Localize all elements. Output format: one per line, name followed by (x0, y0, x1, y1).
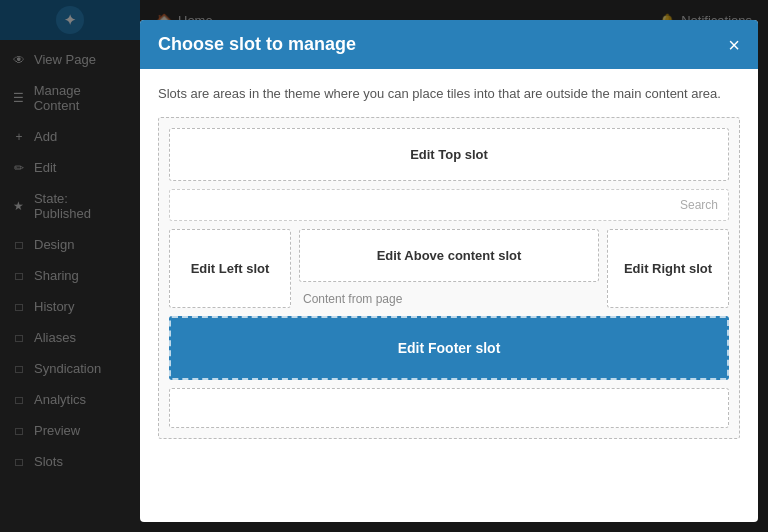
modal-header: Choose slot to manage × (140, 20, 758, 69)
slot-left[interactable]: Edit Left slot (169, 229, 291, 308)
slot-right[interactable]: Edit Right slot (607, 229, 729, 308)
modal-close-button[interactable]: × (728, 35, 740, 55)
slot-footer-row: Edit Footer slot (169, 316, 729, 380)
slot-below-footer (169, 388, 729, 428)
modal: Choose slot to manage × Slots are areas … (140, 20, 758, 522)
slot-top-label: Edit Top slot (410, 147, 488, 162)
slot-middle-row: Edit Left slot Edit Above content slot C… (169, 229, 729, 308)
slot-left-label: Edit Left slot (191, 261, 270, 276)
slot-search: Search (169, 189, 729, 221)
slot-footer-label: Edit Footer slot (398, 340, 501, 356)
slot-above-label: Edit Above content slot (377, 248, 522, 263)
modal-title: Choose slot to manage (158, 34, 356, 55)
search-placeholder: Search (680, 198, 718, 212)
slot-above-content[interactable]: Edit Above content slot (299, 229, 599, 282)
slot-layout: Edit Top slot Search Edit Left slot Edit… (158, 117, 740, 439)
slot-footer[interactable]: Edit Footer slot (169, 316, 729, 380)
modal-body: Slots are areas in the theme where you c… (140, 69, 758, 522)
slot-center-col: Edit Above content slot Content from pag… (299, 229, 599, 308)
content-from-page-label: Content from page (299, 290, 599, 308)
modal-description: Slots are areas in the theme where you c… (158, 85, 740, 103)
slot-top[interactable]: Edit Top slot (169, 128, 729, 181)
slot-right-label: Edit Right slot (624, 261, 712, 276)
